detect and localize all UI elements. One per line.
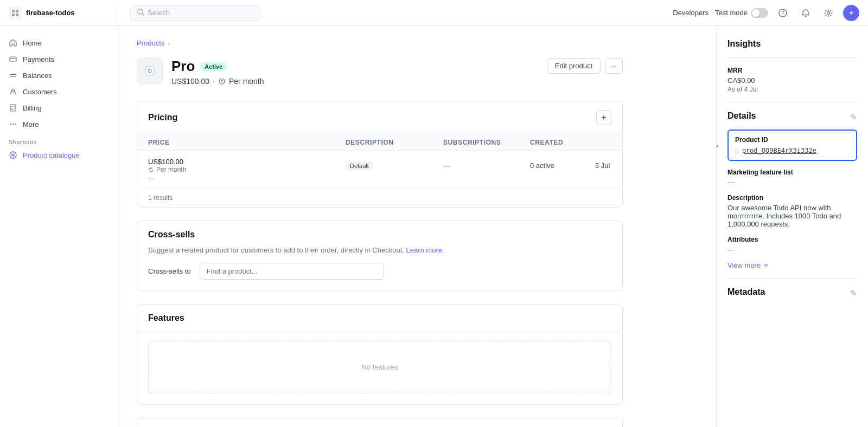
row-subscriptions-cell: 0 active — [530, 161, 595, 170]
view-more-label: View more — [727, 261, 761, 269]
metadata-section: Metadata ✎ — [727, 287, 857, 299]
description-label: Description — [727, 194, 857, 202]
annotation-arrow — [716, 138, 722, 154]
notifications-button[interactable] — [797, 5, 814, 21]
svg-rect-12 — [10, 76, 16, 77]
svg-rect-11 — [10, 74, 16, 75]
pricing-table: Price Description Subscriptions Created … — [137, 134, 622, 189]
test-mode-label: Test mode — [715, 9, 748, 17]
features-section: Features No features — [137, 304, 623, 405]
view-more-link[interactable]: View more — [727, 261, 857, 269]
row-row-actions[interactable]: ··· — [148, 173, 346, 182]
metadata-edit-button[interactable]: ✎ — [850, 288, 857, 298]
sidebar-item-home[interactable]: Home — [0, 35, 119, 51]
learn-more-link[interactable]: Learn more. — [406, 246, 444, 254]
marketing-field: Marketing feature list — — [727, 169, 857, 186]
cross-sells-input-row: Cross-sells to — [137, 263, 622, 290]
cross-sells-section: Cross-sells Suggest a related product fo… — [137, 221, 623, 291]
svg-rect-0 — [12, 10, 15, 12]
description-value: Our awesome Todo API now with morrrrrrrr… — [727, 204, 857, 228]
sidebar-item-balances-label: Balances — [23, 72, 52, 80]
metadata-header-row: Metadata ✎ — [727, 287, 857, 299]
balances-icon — [9, 71, 17, 80]
product-price-sep: · — [213, 77, 215, 86]
details-edit-button[interactable]: ✎ — [850, 112, 857, 122]
product-price: US$100.00 — [171, 77, 209, 86]
pricing-title: Pricing — [148, 113, 177, 122]
main-layout: Home Payments Balances Customers Billing — [0, 26, 868, 427]
breadcrumb: Products › — [137, 39, 623, 47]
col-subscriptions: Subscriptions — [443, 139, 530, 146]
shortcuts-label: Shortcuts — [0, 132, 119, 147]
sidebar-item-payments[interactable]: Payments — [0, 51, 119, 67]
sidebar-item-customers[interactable]: Customers — [0, 83, 119, 100]
content-area: Products › Pro Active US$100.00 — [119, 26, 716, 427]
product-header: Pro Active US$100.00 · Per month Edit pr… — [137, 58, 623, 86]
features-header: Features — [137, 305, 622, 332]
details-header-row: Details ✎ — [727, 111, 857, 123]
logs-header: Logs — [137, 418, 622, 427]
svg-text:?: ? — [781, 10, 784, 16]
attributes-field: Attributes — — [727, 236, 857, 254]
features-empty-label: No features — [361, 363, 398, 371]
help-button[interactable]: ? — [775, 5, 791, 21]
pricing-header: Pricing + — [137, 101, 622, 134]
add-pricing-button[interactable]: + — [596, 110, 611, 125]
app-name: firebase-todos — [26, 9, 75, 17]
sidebar-item-home-label: Home — [23, 39, 42, 47]
row-default-badge: Default — [346, 161, 373, 170]
svg-rect-3 — [16, 14, 18, 16]
svg-point-8 — [827, 11, 830, 14]
pricing-table-header: Price Description Subscriptions Created — [137, 134, 622, 151]
svg-rect-2 — [12, 14, 15, 16]
billing-icon — [9, 103, 17, 112]
test-mode-toggle-group: Test mode — [715, 8, 768, 18]
customers-icon — [9, 87, 17, 96]
sidebar: Home Payments Balances Customers Billing — [0, 26, 119, 427]
product-id-container: Product ID ⬚ prod_QQ9BE4rX3i332e — [727, 130, 857, 161]
sidebar-shortcut-product-catalogue[interactable]: Product catalogue — [0, 147, 119, 163]
col-actions — [595, 139, 611, 146]
avatar-char: + — [849, 9, 853, 17]
copy-icon[interactable]: ⬚ — [735, 147, 739, 154]
mrr-label: MRR — [727, 67, 857, 74]
pricing-results-count: 1 results — [137, 189, 622, 207]
sidebar-item-billing[interactable]: Billing — [0, 100, 119, 116]
topbar: firebase-todos Search Developers Test mo… — [0, 0, 868, 26]
pricing-row-0[interactable]: US$100.00 Per month Default — 0 active — [137, 151, 622, 189]
details-section: Details ✎ Product ID — [727, 111, 857, 269]
search-bar[interactable]: Search — [130, 5, 260, 21]
cross-sells-description: Suggest a related product for customers … — [137, 240, 622, 263]
col-price: Price — [148, 139, 346, 146]
developers-link[interactable]: Developers — [673, 9, 709, 17]
sidebar-item-more[interactable]: More — [0, 116, 119, 132]
attributes-label: Attributes — [727, 236, 857, 243]
svg-rect-24 — [145, 67, 154, 75]
svg-point-18 — [10, 124, 11, 125]
product-actions: Edit product ··· — [547, 58, 623, 74]
payments-icon — [9, 55, 17, 63]
user-avatar[interactable]: + — [843, 5, 859, 21]
product-id-label: Product ID — [735, 136, 850, 144]
logo-icon — [9, 7, 22, 20]
edit-product-button[interactable]: Edit product — [547, 58, 601, 74]
breadcrumb-products-link[interactable]: Products — [137, 39, 164, 47]
find-product-input[interactable] — [200, 263, 384, 280]
sidebar-item-balances[interactable]: Balances — [0, 67, 119, 83]
product-catalogue-label: Product catalogue — [23, 151, 80, 159]
main-area: Products › Pro Active US$100.00 — [119, 26, 868, 427]
mrr-field: MRR CA$0.00 As of 4 Jul — [727, 67, 857, 93]
svg-rect-1 — [16, 10, 18, 12]
product-icon — [137, 58, 163, 84]
settings-button[interactable] — [820, 5, 837, 21]
search-placeholder: Search — [148, 9, 170, 17]
product-id-text[interactable]: prod_QQ9BE4rX3i332e — [742, 147, 816, 154]
product-more-button[interactable]: ··· — [605, 58, 623, 74]
test-mode-toggle[interactable] — [751, 8, 768, 18]
home-icon — [9, 38, 17, 47]
product-id-value-row: ⬚ prod_QQ9BE4rX3i332e — [735, 147, 850, 154]
more-icon — [9, 120, 17, 128]
sidebar-item-payments-label: Payments — [23, 55, 54, 63]
col-created: Created — [530, 139, 595, 146]
breadcrumb-separator: › — [168, 39, 170, 47]
